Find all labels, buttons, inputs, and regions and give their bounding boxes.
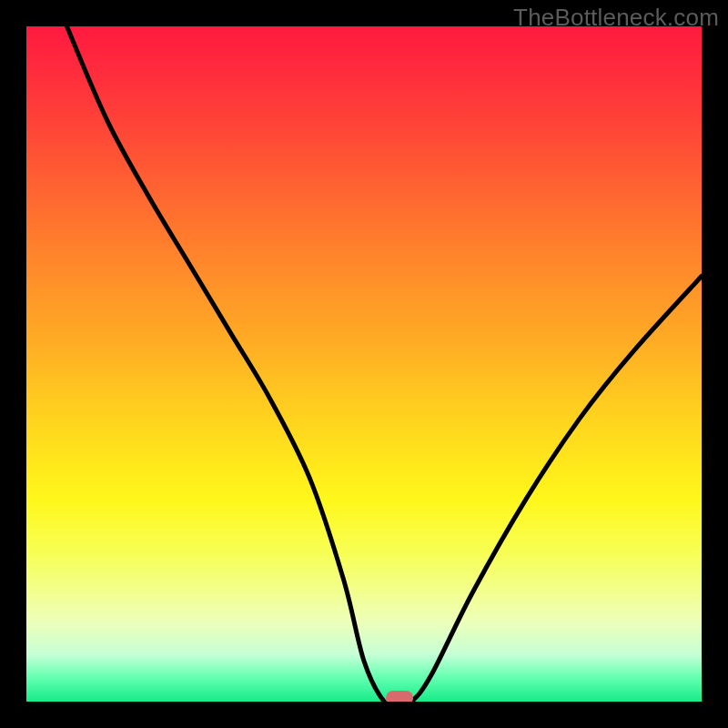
plot-area [26,26,702,702]
watermark-text: TheBottleneck.com [513,4,719,32]
chart-frame: TheBottleneck.com [0,0,728,728]
bottleneck-curve-path [26,26,702,702]
minimum-marker [386,691,413,702]
curve-svg [26,26,702,702]
